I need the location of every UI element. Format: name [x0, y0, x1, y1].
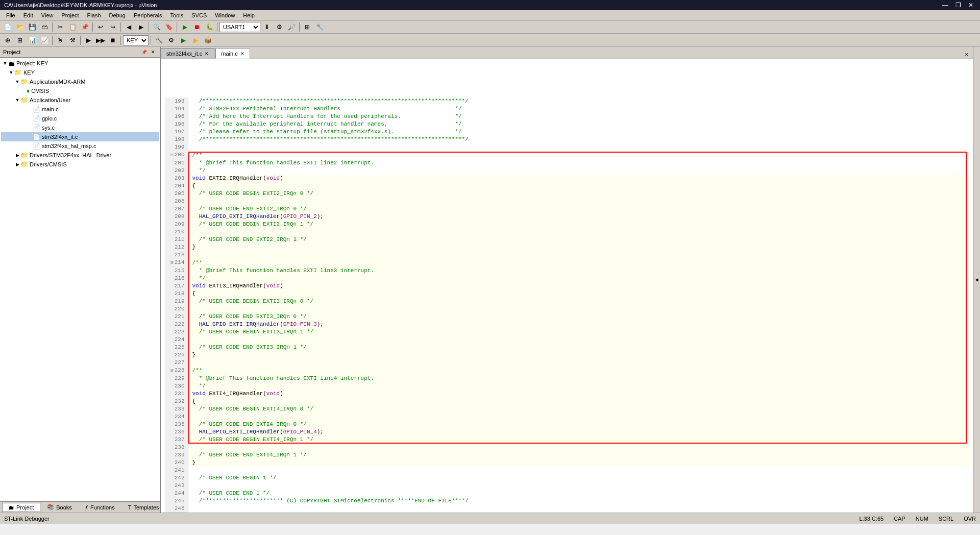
line-number: 217: [165, 282, 188, 290]
find-button[interactable]: 🔍: [151, 21, 162, 33]
code-line-content: HAL_GPIO_EXTI_IRQHandler(GPIO_PIN_4);: [188, 428, 969, 436]
tb2-extra3[interactable]: 📦: [202, 35, 213, 46]
menu-view[interactable]: View: [37, 11, 58, 19]
tree-expand-icon: ▼: [14, 98, 20, 103]
tree-key[interactable]: ▼ 📁 KEY: [1, 68, 159, 77]
code-editor[interactable]: 193 /***********************************…: [161, 59, 973, 513]
tab-project[interactable]: 🖿 Project: [2, 503, 40, 512]
menu-help[interactable]: Help: [239, 11, 259, 19]
tab-templates[interactable]: T Templates: [121, 503, 166, 512]
menu-tools[interactable]: Tools: [166, 11, 188, 19]
line-number: 244: [165, 490, 188, 497]
tb2-stop2[interactable]: ⏹: [107, 35, 118, 46]
code-line-content: void EXTI4_IRQHandler(void): [188, 390, 969, 398]
save-all-button[interactable]: 🗃: [39, 21, 50, 33]
tree-cmsis[interactable]: ♦ CMSIS: [1, 86, 159, 95]
tree-expand-icon: ▼: [14, 79, 20, 84]
main-tab-close[interactable]: ✕: [240, 51, 244, 56]
tb2-green-play[interactable]: ▶: [178, 35, 189, 46]
tree-hal-driver[interactable]: ▶ 📁 Drivers/STM32F4xx_HAL_Driver: [1, 151, 159, 160]
status-num: NUM: [916, 516, 928, 522]
close-button[interactable]: ✕: [966, 2, 976, 9]
tab-books[interactable]: 📚 Books: [40, 502, 79, 512]
tools2-button[interactable]: 🔧: [314, 21, 325, 33]
stm32-tab-close[interactable]: ✕: [205, 51, 209, 56]
tb2-extra1[interactable]: 🔨: [153, 35, 164, 46]
settings-button[interactable]: ⚙: [274, 21, 285, 33]
search2-button[interactable]: 🔎: [286, 21, 297, 33]
project-close-button[interactable]: ✕: [149, 48, 157, 56]
window-controls[interactable]: — ❐ ✕: [940, 2, 976, 9]
menu-edit[interactable]: Edit: [19, 11, 37, 19]
tree-gpio-c[interactable]: 📄 gpio.c: [1, 114, 159, 123]
menu-window[interactable]: Window: [211, 11, 239, 19]
target-dropdown[interactable]: USART1: [219, 22, 260, 32]
tree-project-root[interactable]: ▼ 🖿 Project: KEY: [1, 59, 159, 68]
tree-stm-hal-c[interactable]: 📄 stm32f4xx_hal_msp.c: [1, 141, 159, 151]
minimize-button[interactable]: —: [940, 2, 951, 9]
editor-tab-stm32[interactable]: stm32f4xx_it.c ✕: [161, 48, 214, 59]
code-line-content: [188, 305, 969, 313]
tb2-orange-play[interactable]: ▶: [190, 35, 201, 46]
tree-app-user[interactable]: ▼ 📁 Application/User: [1, 95, 159, 105]
tb2-compile-all[interactable]: ▶▶: [95, 35, 106, 46]
menu-svcs[interactable]: SVCS: [187, 11, 211, 19]
tree-drv-cmsis[interactable]: ▶ 📁 Drivers/CMSIS: [1, 160, 159, 169]
paste-button[interactable]: 📌: [79, 21, 90, 33]
stop-button[interactable]: ⏹: [191, 21, 203, 33]
code-container[interactable]: 193 /***********************************…: [161, 59, 973, 513]
menu-debug[interactable]: Debug: [105, 11, 130, 19]
menu-peripherals[interactable]: Peripherals: [130, 11, 166, 19]
maximize-button[interactable]: ❐: [953, 2, 964, 9]
line-number: 241: [165, 467, 188, 474]
line-number: 216: [165, 275, 188, 282]
tb2-btn2[interactable]: ⊞: [14, 35, 26, 46]
open-button[interactable]: 📂: [14, 21, 26, 33]
tb2-extra2[interactable]: ⚙: [165, 35, 177, 46]
cut-button[interactable]: ✂: [55, 21, 66, 33]
new-file-button[interactable]: 📄: [2, 21, 13, 33]
code-line-content: [188, 143, 969, 151]
nav-fwd-button[interactable]: ▶: [135, 21, 146, 33]
tree-haldrv-label: Drivers/STM32F4xx_HAL_Driver: [30, 152, 111, 158]
redo-button[interactable]: ↪: [107, 21, 118, 33]
save-button[interactable]: 💾: [27, 21, 38, 33]
toolbar-sep-7: [299, 22, 300, 32]
tree-stm-it-c[interactable]: 📄 stm32f4xx_it.c: [1, 132, 159, 141]
tb2-btn3[interactable]: 📊: [27, 35, 38, 46]
layout-button[interactable]: ⊞: [302, 21, 313, 33]
stm32-tab-label: stm32f4xx_it.c: [166, 51, 202, 57]
project-pin-button[interactable]: 📌: [140, 48, 148, 56]
tb2-btn1[interactable]: ⊕: [2, 35, 13, 46]
tree-key-label: KEY: [23, 69, 35, 76]
nav-back-button[interactable]: ◀: [123, 21, 134, 33]
tb2-btn4[interactable]: 📈: [39, 35, 50, 46]
menu-project[interactable]: Project: [57, 11, 83, 19]
line-number: ⊟200: [165, 151, 188, 159]
menu-flash[interactable]: Flash: [83, 11, 105, 19]
editor-panel-close-button[interactable]: ✕: [963, 51, 971, 59]
project-select[interactable]: KEY: [123, 35, 149, 45]
tree-sys-c[interactable]: 📄 sys.c: [1, 123, 159, 132]
debug-button[interactable]: 🐛: [204, 21, 215, 33]
code-line-content: /* please refer to the startup file (sta…: [188, 128, 969, 136]
right-panel-handle[interactable]: ◀: [973, 47, 980, 513]
editor-tab-main[interactable]: main.c ✕: [215, 48, 250, 59]
bookmark-button[interactable]: 🔖: [163, 21, 175, 33]
undo-button[interactable]: ↩: [95, 21, 106, 33]
tree-app-mdk[interactable]: ▼ 📁 Application/MDK-ARM: [1, 77, 159, 86]
code-line-content: /* USER CODE BEGIN EXTI2_IRQn 1 */: [188, 221, 969, 228]
tb2-btn5[interactable]: 🖱: [55, 35, 66, 46]
copy-button[interactable]: 📋: [67, 21, 78, 33]
project-title: Project: [3, 49, 20, 55]
menu-file[interactable]: File: [2, 11, 19, 19]
tb2-compile[interactable]: ▶: [83, 35, 94, 46]
tb2-btn6[interactable]: ⚒: [67, 35, 78, 46]
line-number: 230: [165, 382, 188, 390]
menu-bar: File Edit View Project Flash Debug Perip…: [0, 10, 980, 20]
download-button[interactable]: ⬇: [261, 21, 273, 33]
tree-main-c[interactable]: 📄 main.c: [1, 105, 159, 114]
tab-functions[interactable]: ƒ Functions: [79, 503, 121, 512]
code-line-content: [188, 482, 969, 490]
run-button[interactable]: ▶: [179, 21, 190, 33]
